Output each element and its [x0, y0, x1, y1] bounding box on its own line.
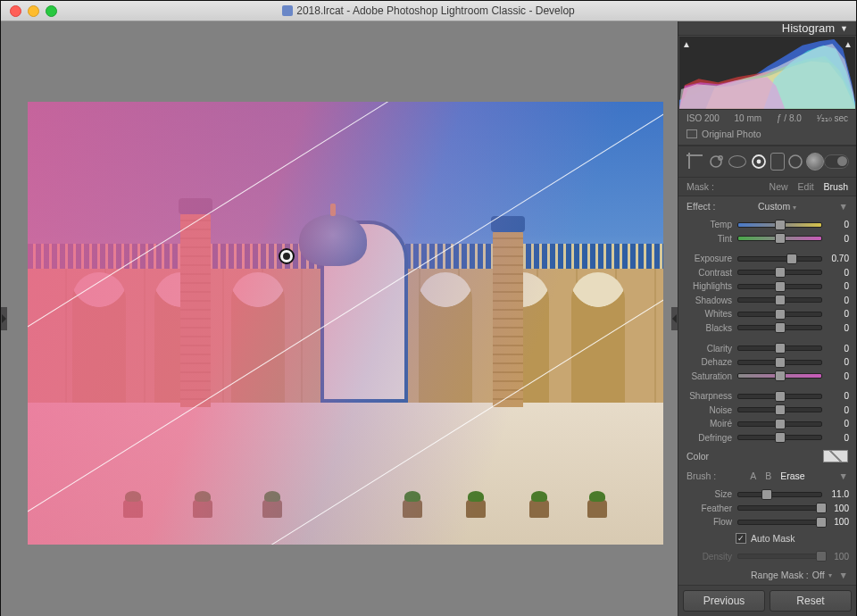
original-photo-toggle[interactable]: Original Photo	[678, 126, 856, 145]
chevron-down-icon: ▼	[840, 24, 848, 33]
app-window: 2018.lrcat - Adobe Photoshop Lightroom C…	[0, 0, 857, 616]
reset-button[interactable]: Reset	[770, 590, 852, 612]
slider-blacks[interactable]: Blacks0	[686, 321, 849, 336]
mask-edit[interactable]: Edit	[798, 181, 814, 192]
mask-overlay	[28, 102, 663, 545]
lr-file-icon	[282, 5, 293, 16]
svg-point-2	[711, 156, 721, 167]
slider-defringe[interactable]: Defringe0	[686, 431, 849, 445]
minimize-window-button[interactable]	[28, 5, 39, 17]
effect-dropdown[interactable]: Custom▾	[758, 201, 796, 212]
histogram[interactable]: ▲▲	[679, 37, 855, 110]
effect-row: Effect : Custom▾ ▼	[678, 196, 856, 213]
adjustment-brush-tool[interactable]	[806, 153, 824, 171]
slider-contrast[interactable]: Contrast0	[686, 266, 849, 280]
effect-disclosure[interactable]: ▼	[839, 201, 848, 212]
redeye-tool[interactable]	[727, 151, 748, 172]
develop-panel: Histogram▼ ▲▲ ISO 20010 mmƒ / 8.0	[678, 21, 856, 616]
automask-checkbox[interactable]: ✓Auto Mask	[678, 531, 856, 545]
collapse-right-panel-handle[interactable]	[671, 307, 678, 330]
graduated-filter-tool[interactable]	[748, 151, 770, 172]
effect-label: Effect :	[686, 201, 716, 212]
crop-tool[interactable]	[686, 152, 705, 171]
expand-left-panel-handle[interactable]	[1, 307, 7, 330]
brush-erase[interactable]: Erase	[780, 470, 804, 481]
titlebar: 2018.lrcat - Adobe Photoshop Lightroom C…	[1, 1, 856, 21]
slider-exposure[interactable]: Exposure0.70	[686, 252, 849, 266]
svg-point-5	[757, 160, 761, 164]
slider-noise[interactable]: Noise0	[686, 404, 849, 418]
brush-a[interactable]: A	[750, 470, 756, 481]
slider-saturation[interactable]: Saturation0	[686, 369, 849, 383]
slider-moiré[interactable]: Moiré0	[686, 417, 849, 431]
spot-removal-tool[interactable]	[705, 151, 727, 172]
slider-sharpness[interactable]: Sharpness0	[686, 389, 849, 404]
adjustment-pin[interactable]	[279, 248, 295, 264]
slider-dehaze[interactable]: Dehaze0	[686, 355, 849, 370]
color-swatch[interactable]	[823, 450, 848, 462]
slider-tint[interactable]: Tint0	[686, 232, 849, 246]
radial-circle-tool[interactable]	[785, 151, 806, 172]
window-title: 2018.lrcat - Adobe Photoshop Lightroom C…	[1, 4, 856, 17]
previous-button[interactable]: Previous	[683, 590, 765, 612]
slider-size[interactable]: Size11.0	[686, 487, 849, 502]
slider-density[interactable]: Density100	[686, 550, 849, 564]
image-canvas[interactable]	[1, 21, 678, 616]
slider-flow[interactable]: Flow100	[686, 515, 849, 529]
svg-point-6	[789, 155, 802, 168]
zoom-window-button[interactable]	[46, 5, 57, 17]
panel-switch[interactable]	[824, 154, 849, 169]
slider-shadows[interactable]: Shadows0	[686, 294, 849, 308]
slider-clarity[interactable]: Clarity0	[686, 341, 849, 355]
brush-disclosure[interactable]: ▼	[839, 470, 848, 481]
color-row: Color	[678, 446, 856, 466]
slider-feather[interactable]: Feather100	[686, 502, 849, 516]
photo-preview[interactable]	[28, 102, 663, 545]
slider-temp[interactable]: Temp0	[686, 218, 849, 232]
slider-highlights[interactable]: Highlights0	[686, 279, 849, 294]
exif-row: ISO 20010 mmƒ / 8.0¹⁄₂₁₀ sec	[678, 111, 856, 126]
mask-new[interactable]: New	[770, 181, 788, 192]
slider-whites[interactable]: Whites0	[686, 307, 849, 321]
radial-filter-tool[interactable]	[770, 153, 785, 171]
mask-row: Mask : New Edit Brush	[678, 178, 856, 196]
svg-marker-1	[672, 314, 677, 323]
close-window-button[interactable]	[10, 5, 21, 17]
square-icon	[686, 129, 697, 138]
range-mask-row[interactable]: Range Mask :Off▾▼	[678, 565, 856, 585]
color-label: Color	[686, 451, 709, 462]
svg-marker-0	[2, 314, 6, 323]
brush-row: Brush : A B Erase ▼	[678, 466, 856, 483]
mask-brush[interactable]: Brush	[824, 181, 848, 192]
brush-b[interactable]: B	[765, 470, 771, 481]
tool-strip	[678, 146, 856, 178]
histogram-header[interactable]: Histogram▼	[678, 21, 856, 36]
